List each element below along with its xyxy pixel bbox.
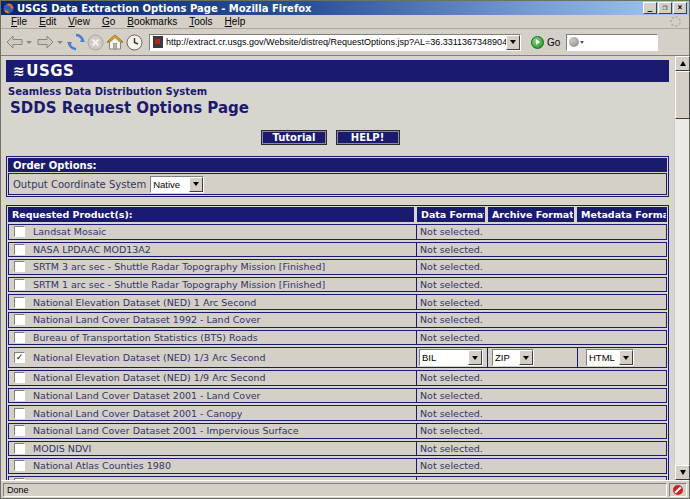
- home-icon: [106, 34, 124, 51]
- format-status: Not selected.: [417, 244, 483, 255]
- page-title: SDDS Request Options Page: [10, 99, 249, 117]
- menu-help[interactable]: Help: [219, 15, 252, 29]
- order-options-header: Order Options:: [8, 158, 667, 172]
- product-checkbox[interactable]: ✓: [14, 352, 25, 363]
- scrollbar-track[interactable]: [675, 71, 689, 465]
- column-header-metadata-format: Metadata Format:: [577, 207, 667, 222]
- metadata-format-value: HTML: [587, 352, 619, 363]
- product-row: Bureau of Transportation Statistics (BTS…: [8, 330, 667, 346]
- back-dropdown-icon[interactable]: [26, 41, 32, 44]
- product-row: National Land Cover Dataset 2001 - Imper…: [8, 423, 667, 439]
- tutorial-button[interactable]: Tutorial: [261, 130, 326, 145]
- product-label: National Elevation Dataset (NED) 1 Arc S…: [33, 297, 256, 308]
- format-status: Not selected.: [417, 390, 483, 401]
- history-button[interactable]: [126, 31, 143, 53]
- product-checkbox[interactable]: [14, 372, 25, 383]
- format-status: Not selected.: [417, 226, 483, 237]
- back-arrow-icon: [5, 34, 24, 50]
- data-format-select[interactable]: BIL: [419, 349, 483, 366]
- product-label: SRTM 1 arc sec - Shuttle Radar Topograph…: [33, 279, 325, 290]
- product-checkbox[interactable]: [14, 390, 25, 401]
- chevron-down-icon: [619, 350, 633, 365]
- menu-go[interactable]: Go: [96, 15, 121, 29]
- scroll-up-button[interactable]: [675, 56, 690, 71]
- url-input[interactable]: [166, 36, 506, 49]
- back-button[interactable]: [5, 31, 24, 53]
- help-button[interactable]: HELP!: [336, 130, 400, 145]
- product-checkbox[interactable]: [14, 226, 25, 237]
- format-status: Not selected.: [417, 443, 483, 454]
- forward-arrow-icon: [36, 34, 55, 50]
- status-bar: Done: [1, 480, 689, 498]
- menu-view[interactable]: View: [62, 15, 96, 29]
- scrollbar-thumb[interactable]: [675, 71, 690, 119]
- data-format-value: BIL: [420, 352, 468, 363]
- product-checkbox[interactable]: [14, 279, 25, 290]
- close-button[interactable]: ×: [673, 2, 687, 14]
- product-checkbox[interactable]: [14, 460, 25, 471]
- product-checkbox[interactable]: [14, 332, 25, 343]
- page-content: ≋USGS Seamless Data Distribution System …: [1, 56, 674, 480]
- product-checkbox[interactable]: [14, 297, 25, 308]
- product-row: National Land Cover Dataset 1992 - Land …: [8, 312, 667, 328]
- products-table: Requested Product(s): Data Format: Archi…: [6, 205, 669, 480]
- archive-format-select[interactable]: ZIP: [492, 349, 534, 366]
- firefox-icon: [3, 3, 14, 14]
- product-checkbox[interactable]: [14, 478, 25, 480]
- stop-button[interactable]: [87, 31, 104, 53]
- arrow-down-icon: [680, 470, 686, 475]
- blocked-icon[interactable]: [673, 485, 683, 495]
- clock-icon: [126, 34, 143, 51]
- go-button[interactable]: Go: [531, 36, 560, 49]
- product-row: National Land Cover Dataset 2001 - Land …: [8, 388, 667, 404]
- format-status: Not selected.: [417, 297, 483, 308]
- menu-tools[interactable]: Tools: [183, 15, 218, 29]
- product-checkbox[interactable]: [14, 443, 25, 454]
- format-status: Not selected.: [417, 478, 483, 480]
- product-row: National Atlas Counties 1990 Not selecte…: [8, 476, 667, 480]
- usgs-logo: ≋USGS: [13, 62, 74, 80]
- status-text: Done: [3, 483, 667, 497]
- forward-button[interactable]: [36, 31, 55, 53]
- vertical-scrollbar[interactable]: [674, 56, 689, 480]
- product-row: National Atlas Counties 1980 Not selecte…: [8, 458, 667, 474]
- menu-bookmarks[interactable]: Bookmarks: [121, 15, 183, 29]
- navigation-toolbar: Go: [1, 29, 689, 56]
- menu-bar: FileEditViewGoBookmarksToolsHelp: [1, 15, 689, 29]
- column-header-data-format: Data Format:: [417, 207, 485, 222]
- product-row: ✓ National Elevation Dataset (NED) 1/3 A…: [8, 347, 667, 368]
- chevron-down-icon: [510, 40, 516, 44]
- forward-dropdown-icon[interactable]: [57, 41, 63, 44]
- reload-button[interactable]: [67, 31, 85, 53]
- coordinate-system-select[interactable]: Native: [150, 176, 204, 193]
- product-checkbox[interactable]: [14, 244, 25, 255]
- url-bar[interactable]: [149, 34, 521, 51]
- product-label: National Land Cover Dataset 1992 - Land …: [33, 314, 261, 325]
- throbber-icon: [670, 16, 681, 27]
- restore-button[interactable]: ❐: [658, 2, 672, 14]
- menu-edit[interactable]: Edit: [33, 15, 62, 29]
- search-engine-dropdown-icon[interactable]: [580, 41, 584, 44]
- search-engine-icon: [569, 37, 579, 47]
- product-checkbox[interactable]: [14, 261, 25, 272]
- product-checkbox[interactable]: [14, 408, 25, 419]
- product-checkbox[interactable]: [14, 425, 25, 436]
- product-row: NASA LPDAAC MOD13A2 Not selected.: [8, 242, 667, 258]
- product-label: National Atlas Counties 1990: [33, 478, 171, 480]
- home-button[interactable]: [106, 31, 124, 53]
- usgs-logo-text: USGS: [26, 62, 74, 80]
- scroll-down-button[interactable]: [675, 465, 690, 480]
- url-dropdown-button[interactable]: [506, 35, 520, 50]
- product-row: National Elevation Dataset (NED) 1 Arc S…: [8, 294, 667, 310]
- product-label: National Land Cover Dataset 2001 - Imper…: [33, 425, 299, 436]
- order-options-table: Order Options: Output Coordinate System …: [6, 156, 669, 197]
- metadata-format-select[interactable]: HTML: [586, 349, 634, 366]
- search-input[interactable]: [586, 37, 655, 47]
- product-label: National Land Cover Dataset 2001 - Land …: [33, 390, 261, 401]
- format-status: Not selected.: [417, 279, 483, 290]
- product-checkbox[interactable]: [14, 314, 25, 325]
- search-bar[interactable]: [566, 34, 658, 51]
- menu-file[interactable]: File: [5, 15, 33, 29]
- minimize-button[interactable]: _: [643, 2, 657, 14]
- page-favicon: [153, 36, 163, 48]
